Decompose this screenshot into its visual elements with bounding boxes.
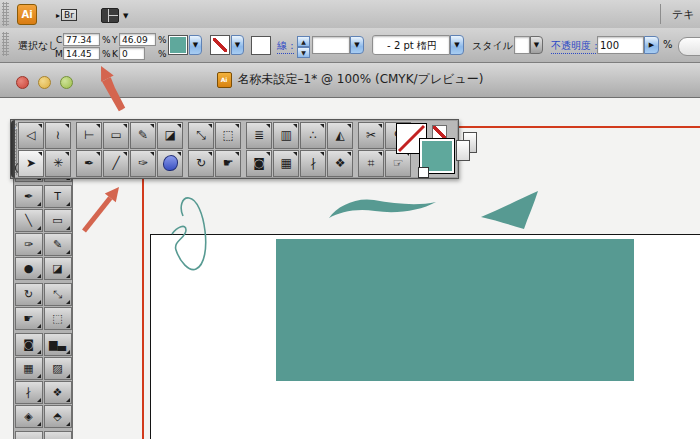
pencil-tool[interactable]: ✎ [130, 122, 156, 149]
style-dropdown-button[interactable]: ▼ [530, 36, 543, 54]
graph-tool[interactable]: ≣ [246, 122, 272, 149]
slice-tool[interactable]: ✄ [44, 431, 72, 439]
opacity-link[interactable]: 不透明度 : [551, 39, 598, 54]
type-tool[interactable]: T [44, 185, 72, 208]
mesh-tool[interactable]: ▦ [273, 150, 299, 177]
live-paint-bucket-tool[interactable]: ◈ [15, 405, 43, 428]
page-front-icon [456, 140, 470, 161]
percent-label: % [102, 35, 111, 45]
rotate-tool[interactable]: ↻ [15, 283, 43, 306]
magenta-value-field[interactable]: 14.45 [63, 47, 100, 60]
gradient-tool[interactable]: ▥ [273, 122, 299, 149]
rotate-tool[interactable]: ↻ [188, 150, 214, 177]
free-transform-tool[interactable]: ⬚ [215, 122, 241, 149]
symbol-sprayer-tool[interactable]: ∴ [300, 122, 326, 149]
scissors-tool[interactable]: ✂ [358, 122, 384, 149]
crop-area-tool[interactable]: ⌗ [15, 431, 43, 439]
go-to-bridge-button[interactable]: ▸ Br [56, 8, 77, 22]
fill-color-swatch[interactable] [168, 35, 188, 55]
brush-definition-field[interactable]: - 2 pt 楕円 [372, 35, 450, 55]
pen-tool[interactable]: ✒ [15, 185, 43, 208]
scale-tool[interactable]: ⤡ [188, 122, 214, 149]
fill-stroke-block: ⇄ [418, 120, 429, 178]
magic-wand-tool[interactable]: ✳ [45, 150, 71, 177]
workspace-layout-icon [101, 8, 119, 23]
stroke-panel-link[interactable]: 線 : [277, 39, 294, 54]
paintbrush-tool[interactable]: ✑ [15, 233, 43, 256]
triangle-shape[interactable] [481, 191, 538, 229]
direct-selection-tool[interactable]: ◁ [18, 122, 44, 149]
live-paint-selection-tool[interactable]: ⬘ [44, 405, 72, 428]
control-bar: 選択なし C 77.34 % Y 46.09 % M 14.45 % K 0 %… [0, 28, 700, 63]
stepper-up-icon[interactable]: ▲ [297, 36, 310, 47]
gradient-tool[interactable]: ▨ [44, 357, 72, 380]
stroke-dropdown-button[interactable]: ▼ [231, 35, 244, 55]
blob-brush-icon [163, 155, 178, 171]
pen-tool[interactable]: ✒ [76, 150, 102, 177]
warp-tool[interactable]: ☛ [215, 150, 241, 177]
blob-brush-tool[interactable]: ● [15, 257, 43, 280]
reshape-tool[interactable]: ◭ [327, 122, 353, 149]
type-tool[interactable]: ⊢ [76, 122, 102, 149]
percent-label: % [158, 35, 167, 45]
squiggle-path-shape[interactable] [172, 198, 206, 270]
free-transform-tool[interactable]: ⬚ [44, 307, 72, 330]
fill-dropdown-button[interactable]: ▼ [189, 35, 202, 55]
symbol-shifter-tool[interactable]: ◙ [246, 150, 272, 177]
document-title: 名称未設定–1* @ 100% (CMYK/プレビュー) [238, 71, 484, 88]
symbol-sprayer-tool[interactable]: ◙ [15, 333, 43, 356]
scale-tool[interactable]: ⤡ [44, 283, 72, 306]
mesh-tool[interactable]: ▦ [15, 357, 43, 380]
stroke-weight-dropdown-button[interactable]: ▼ [350, 36, 364, 54]
selection-status-label: 選択なし [18, 39, 58, 53]
eyedropper-tool[interactable]: ∤ [300, 150, 326, 177]
pencil-tool[interactable]: ✎ [44, 233, 72, 256]
crop-tool[interactable]: ⌗ [358, 150, 384, 177]
stroke-none-swatch[interactable] [210, 35, 230, 55]
line-tool[interactable]: ╲ [15, 209, 43, 232]
zoom-window-button[interactable] [60, 76, 73, 89]
style-field[interactable] [514, 36, 530, 54]
panel-tab[interactable]: ▴▴ [11, 120, 15, 178]
blend-tool[interactable]: ❖ [44, 381, 72, 404]
warp-tool[interactable]: ☛ [15, 307, 43, 330]
rectangle-tool[interactable]: ▭ [103, 122, 129, 149]
eraser-tool[interactable]: ◪ [44, 257, 72, 280]
yellow-value-field[interactable]: 46.09 [119, 33, 156, 46]
black-value-field[interactable]: 0 [119, 47, 145, 60]
wave-shape[interactable] [329, 199, 436, 218]
right-pill-button[interactable] [678, 37, 700, 56]
bar-grip [2, 32, 9, 56]
cyan-value-field[interactable]: 77.34 [63, 33, 100, 46]
blob-brush-tool[interactable] [157, 150, 183, 177]
eyedropper-tool[interactable]: ∤ [15, 381, 43, 404]
opacity-dropdown-button[interactable]: ▶ [644, 36, 659, 54]
lasso-tool[interactable]: ≀ [45, 122, 71, 149]
document-icon: Ai [217, 72, 232, 88]
blend-tool[interactable]: ❖ [327, 150, 353, 177]
close-window-button[interactable] [16, 76, 29, 89]
stroke-weight-stepper[interactable]: ▲ ▼ [297, 36, 310, 56]
rectangle-tool[interactable]: ▭ [44, 209, 72, 232]
opacity-field[interactable]: 100 [597, 36, 644, 54]
stroke-weight-field[interactable] [312, 36, 350, 54]
brush-dropdown-button[interactable]: ▼ [450, 35, 464, 55]
rectangle-shape[interactable] [276, 239, 634, 381]
style-label: スタイル : [472, 39, 520, 53]
workspace-name-label[interactable]: テキ [672, 7, 695, 22]
bridge-arrow-icon: ▸ [56, 11, 60, 20]
eraser-tool[interactable]: ◪ [157, 122, 183, 149]
line-tool[interactable]: ╱ [103, 150, 129, 177]
left-toolbar: ╲ ⇝ ✒ T ╲ ▭ ✑ ✎ ● ◪ ↻ ⤡ ☛ ⬚ ◙ ▆▃ ▦ ▨ ∤ ❖… [13, 168, 73, 439]
percent-label: % [158, 49, 167, 59]
default-fill-stroke-icon[interactable] [418, 167, 429, 178]
graph-tool[interactable]: ▆▃ [44, 333, 72, 356]
stepper-down-icon[interactable]: ▼ [297, 47, 310, 58]
selection-tool[interactable]: ➤ [18, 150, 44, 177]
percent-label: % [102, 49, 111, 59]
minimize-window-button[interactable] [38, 76, 51, 89]
workspace-switcher-button[interactable]: ▼ [101, 8, 128, 23]
pages-icon[interactable] [451, 120, 458, 178]
white-swatch-button[interactable] [251, 36, 271, 55]
paintbrush-tool[interactable]: ✑ [130, 150, 156, 177]
